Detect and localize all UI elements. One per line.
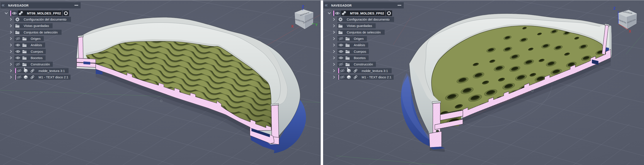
- svg-text:Cuerpos: Cuerpos: [31, 50, 43, 53]
- svg-text:Conjuntos de selección: Conjuntos de selección: [347, 30, 381, 34]
- svg-text:Vistas guardadas: Vistas guardadas: [24, 24, 49, 27]
- svg-text:Análisis: Análisis: [354, 43, 365, 47]
- svg-text:MT09_MOLDES_FP02: MT09_MOLDES_FP02: [27, 11, 61, 15]
- svg-text:Cuerpos: Cuerpos: [354, 50, 366, 53]
- svg-text:M1 - TEXT disco 2:1: M1 - TEXT disco 2:1: [362, 75, 392, 79]
- svg-text:Configuración del documento: Configuración del documento: [24, 17, 66, 21]
- svg-text:Origen: Origen: [31, 37, 40, 40]
- svg-text:X: X: [291, 24, 294, 28]
- svg-text:M1 - TEXT disco 2:1: M1 - TEXT disco 2:1: [38, 75, 68, 79]
- svg-text:MT09_MOLDES_FP02: MT09_MOLDES_FP02: [350, 11, 384, 15]
- svg-text:Z: Z: [613, 6, 616, 10]
- svg-text:Construcción: Construcción: [354, 62, 373, 66]
- svg-text:Análisis: Análisis: [31, 43, 42, 47]
- svg-text:Z: Z: [302, 4, 304, 9]
- svg-text:Conjuntos de selección: Conjuntos de selección: [24, 30, 58, 34]
- svg-text:NAVEGADOR: NAVEGADOR: [331, 4, 352, 7]
- svg-text:NAVEGADOR: NAVEGADOR: [8, 4, 29, 7]
- svg-text:X: X: [629, 29, 631, 33]
- svg-text:Vistas guardadas: Vistas guardadas: [347, 24, 372, 27]
- svg-text:Construcción: Construcción: [31, 62, 50, 66]
- svg-text:Configuración del documento: Configuración del documento: [347, 17, 390, 21]
- svg-text:molde_textura 3:1: molde_textura 3:1: [362, 69, 388, 73]
- svg-text:Bocetos: Bocetos: [354, 56, 366, 60]
- svg-text:Origen: Origen: [354, 37, 364, 40]
- svg-text:Y: Y: [315, 23, 318, 27]
- svg-text:Bocetos: Bocetos: [31, 56, 42, 60]
- svg-text:molde_textura 3:1: molde_textura 3:1: [38, 69, 65, 73]
